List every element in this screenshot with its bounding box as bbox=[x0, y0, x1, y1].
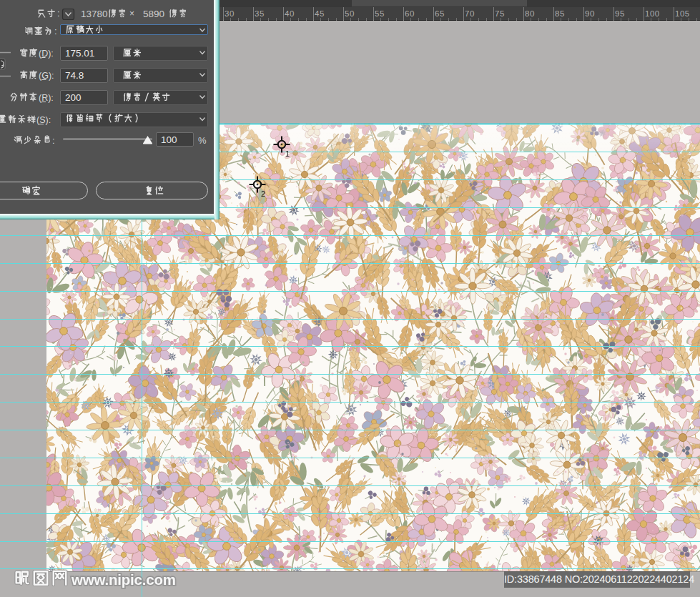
svg-text:%: % bbox=[198, 135, 207, 146]
svg-text:5890: 5890 bbox=[143, 9, 164, 19]
svg-text:100: 100 bbox=[161, 134, 177, 145]
svg-text:×: × bbox=[129, 9, 134, 19]
svg-text:74.8: 74.8 bbox=[65, 70, 84, 81]
svg-text:(D):: (D): bbox=[39, 49, 54, 59]
svg-text:1: 1 bbox=[285, 149, 290, 158]
svg-text:www.nipic.com: www.nipic.com bbox=[71, 571, 176, 588]
svg-text:2: 2 bbox=[261, 189, 265, 198]
svg-text:175.01: 175.01 bbox=[65, 48, 94, 59]
svg-text:(R):: (R): bbox=[39, 93, 54, 103]
svg-text:13780: 13780 bbox=[81, 9, 108, 19]
svg-text:(S):: (S): bbox=[36, 115, 51, 125]
svg-text:200: 200 bbox=[65, 92, 82, 103]
svg-text::: : bbox=[54, 26, 57, 36]
svg-text::: : bbox=[52, 135, 55, 146]
svg-text::: : bbox=[57, 8, 60, 19]
svg-text:(G):: (G): bbox=[39, 71, 54, 81]
